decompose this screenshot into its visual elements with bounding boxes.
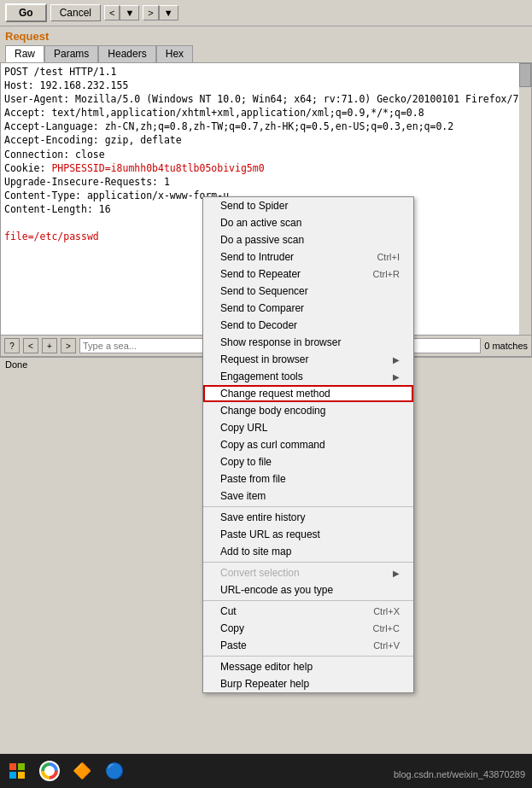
menu-separator-22 — [203, 600, 413, 601]
menu-arrow-9: ▶ — [393, 355, 400, 365]
menu-item-label-14: Copy as curl command — [220, 439, 325, 451]
menu-item-label-4: Send to Repeater — [220, 268, 301, 280]
scrollbar-track[interactable] — [519, 63, 531, 335]
menu-item-6[interactable]: Send to Comparer — [203, 300, 413, 317]
taskbar-icon-google[interactable] — [36, 757, 63, 785]
menu-item-22[interactable]: URL-encode as you type — [203, 581, 413, 598]
menu-item-label-20: Add to site map — [220, 546, 291, 557]
menu-item-label-8: Show response in browser — [220, 336, 341, 348]
taskbar-icon-burp[interactable]: 🔶 — [68, 757, 96, 785]
menu-item-label-13: Copy URL — [220, 422, 267, 434]
tab-hex[interactable]: Hex — [156, 45, 193, 62]
tab-raw[interactable]: Raw — [5, 45, 44, 62]
menu-item-5[interactable]: Send to Sequencer — [203, 283, 413, 300]
request-line-3: User-Agent: Mozilla/5.0 (Windows NT 10.0… — [4, 92, 528, 106]
menu-item-label-11: Change request method — [220, 388, 330, 400]
menu-shortcut-25: Ctrl+V — [373, 640, 400, 651]
nav-forward-arrow-button[interactable]: ▼ — [159, 5, 178, 20]
context-menu: Send to SpiderDo an active scanDo a pass… — [202, 196, 414, 693]
menu-item-4[interactable]: Send to RepeaterCtrl+R — [203, 266, 413, 283]
menu-item-label-3: Send to Intruder — [220, 251, 294, 263]
menu-item-label-15: Copy to file — [220, 456, 272, 468]
menu-item-27[interactable]: Burp Repeater help — [203, 675, 413, 692]
menu-item-label-27: Burp Repeater help — [220, 678, 309, 690]
menu-item-9[interactable]: Request in browser▶ — [203, 351, 413, 368]
request-title: Request — [5, 30, 527, 43]
request-section: Request Raw Params Headers Hex — [0, 26, 532, 62]
menu-item-label-9: Request in browser — [220, 353, 308, 365]
menu-item-20[interactable]: Add to site map — [203, 543, 413, 560]
search-next-button[interactable]: > — [61, 338, 76, 353]
menu-separator-25 — [203, 656, 413, 657]
menu-item-24[interactable]: CopyCtrl+C — [203, 620, 413, 637]
menu-item-0[interactable]: Send to Spider — [203, 197, 413, 214]
menu-item-label-1: Do an active scan — [220, 217, 301, 229]
menu-item-15[interactable]: Copy to file — [203, 453, 413, 470]
menu-item-label-24: Copy — [220, 622, 244, 634]
menu-item-12[interactable]: Change body encoding — [203, 402, 413, 419]
request-line-6: Accept-Encoding: gzip, deflate — [4, 133, 528, 147]
menu-item-8[interactable]: Show response in browser — [203, 334, 413, 351]
tab-headers[interactable]: Headers — [98, 45, 155, 62]
menu-item-23[interactable]: CutCtrl+X — [203, 603, 413, 620]
scrollbar-thumb[interactable] — [519, 63, 531, 87]
menu-item-label-2: Do a passive scan — [220, 234, 304, 246]
menu-item-7[interactable]: Send to Decoder — [203, 317, 413, 334]
menu-item-10[interactable]: Engagement tools▶ — [203, 368, 413, 385]
request-line-2: Host: 192.168.232.155 — [4, 79, 528, 92]
menu-item-2[interactable]: Do a passive scan — [203, 231, 413, 248]
cancel-button[interactable]: Cancel — [50, 4, 101, 21]
nav-back-group: < ▼ — [104, 5, 139, 20]
taskbar-icon-windows[interactable] — [3, 757, 31, 785]
menu-item-14[interactable]: Copy as curl command — [203, 436, 413, 453]
request-line-5: Accept-Language: zh-CN,zh;q=0.8,zh-TW;q=… — [4, 120, 528, 133]
tab-params[interactable]: Params — [44, 45, 98, 62]
search-add-button[interactable]: + — [42, 338, 57, 353]
request-line-9: Upgrade-Insecure-Requests: 1 — [4, 175, 528, 189]
svg-rect-3 — [18, 772, 25, 779]
menu-shortcut-4: Ctrl+R — [373, 269, 400, 279]
taskbar-icon-app4[interactable]: 🔵 — [101, 757, 128, 785]
menu-item-18[interactable]: Save entire history — [203, 509, 413, 526]
menu-item-17[interactable]: Save item — [203, 487, 413, 505]
taskbar: 🔶 🔵 blog.csdn.net/weixin_43870289 — [0, 754, 532, 788]
menu-shortcut-3: Ctrl+I — [377, 252, 400, 262]
menu-shortcut-23: Ctrl+X — [373, 606, 400, 616]
menu-arrow-21: ▶ — [393, 569, 400, 578]
go-button[interactable]: Go — [5, 3, 47, 22]
menu-item-label-16: Paste from file — [220, 473, 286, 485]
menu-item-label-0: Send to Spider — [220, 200, 288, 212]
menu-item-label-7: Send to Decoder — [220, 319, 297, 331]
menu-item-label-18: Save entire history — [220, 511, 305, 523]
search-prev-button[interactable]: < — [23, 338, 38, 353]
menu-item-label-5: Send to Sequencer — [220, 285, 308, 297]
nav-back-arrow-button[interactable]: ▼ — [120, 5, 139, 20]
menu-item-3[interactable]: Send to IntruderCtrl+I — [203, 248, 413, 266]
menu-arrow-10: ▶ — [393, 372, 400, 382]
menu-separator-17 — [203, 506, 413, 507]
menu-item-label-25: Paste — [220, 639, 247, 651]
request-line-7: Connection: close — [4, 148, 528, 161]
nav-back-button[interactable]: < — [104, 5, 120, 20]
menu-item-label-26: Message editor help — [220, 661, 313, 673]
menu-item-1[interactable]: Do an active scan — [203, 214, 413, 231]
search-help-button[interactable]: ? — [4, 338, 20, 353]
svg-rect-1 — [18, 763, 25, 770]
menu-separator-20 — [203, 562, 413, 563]
toolbar: Go Cancel < ▼ > ▼ — [0, 0, 532, 26]
menu-item-25[interactable]: PasteCtrl+V — [203, 637, 413, 654]
request-line-8: Cookie: PHPSESSID=i8umhh0b4tu8tlb05obivi… — [4, 161, 528, 175]
menu-item-label-17: Save item — [220, 490, 266, 502]
menu-shortcut-24: Ctrl+C — [373, 623, 400, 633]
menu-item-26[interactable]: Message editor help — [203, 658, 413, 675]
request-line-4: Accept: text/html,application/xhtml+xml,… — [4, 106, 528, 120]
menu-item-11[interactable]: Change request method — [203, 385, 413, 402]
menu-item-19[interactable]: Paste URL as request — [203, 526, 413, 543]
menu-item-16[interactable]: Paste from file — [203, 470, 413, 487]
menu-item-13[interactable]: Copy URL — [203, 419, 413, 436]
menu-item-label-6: Send to Comparer — [220, 302, 304, 314]
file-value: file=/etc/passwd — [4, 231, 99, 242]
nav-forward-group: > ▼ — [143, 5, 178, 20]
menu-item-21: Convert selection▶ — [203, 564, 413, 581]
nav-forward-button[interactable]: > — [143, 5, 158, 20]
